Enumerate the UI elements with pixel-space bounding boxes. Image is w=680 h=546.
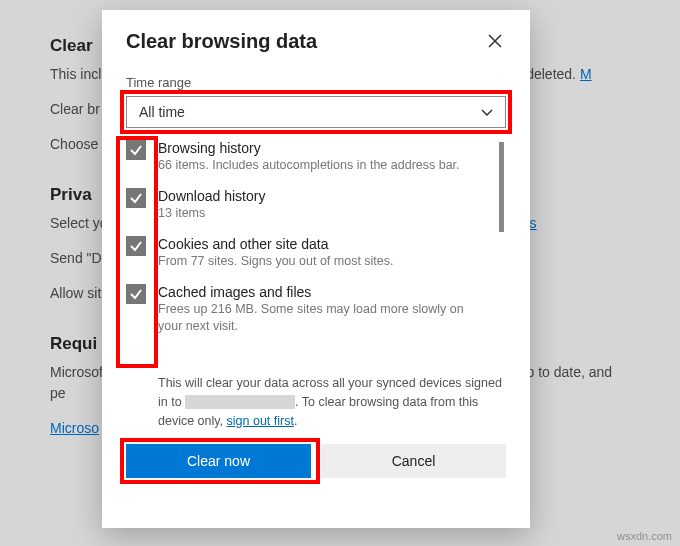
item-title: Download history [158,188,265,204]
watermark: wsxdn.com [617,530,672,542]
checkmark-icon [129,143,143,157]
data-types-list: Browsing history 66 items. Includes auto… [126,140,506,368]
checkbox-cached-images[interactable] [126,284,146,304]
list-item: Cookies and other site data From 77 site… [126,236,488,270]
checkmark-icon [129,287,143,301]
checkbox-download-history[interactable] [126,188,146,208]
item-title: Cached images and files [158,284,488,300]
item-title: Browsing history [158,140,460,156]
list-item: Cached images and files Frees up 216 MB.… [126,284,488,335]
close-icon [488,34,502,48]
bg-link-microso[interactable]: Microso [50,420,99,436]
checkbox-cookies[interactable] [126,236,146,256]
clear-browsing-data-dialog: Clear browsing data Time range All time … [102,10,530,528]
time-range-value: All time [139,104,185,120]
sign-out-link[interactable]: sign out first [227,414,294,428]
item-title: Cookies and other site data [158,236,394,252]
close-button[interactable] [484,30,506,52]
item-sub: 13 items [158,205,265,222]
checkmark-icon [129,239,143,253]
bg-link-more[interactable]: M [580,66,592,82]
item-sub: From 77 sites. Signs you out of most sit… [158,253,394,270]
item-sub: 66 items. Includes autocompletions in th… [158,157,460,174]
checkbox-browsing-history[interactable] [126,140,146,160]
list-item: Download history 13 items [126,188,488,222]
time-range-select[interactable]: All time [126,96,506,128]
clear-now-button[interactable]: Clear now [126,444,311,478]
cancel-button[interactable]: Cancel [321,444,506,478]
scrollbar[interactable] [499,142,504,232]
list-item: Browsing history 66 items. Includes auto… [126,140,488,174]
time-range-label: Time range [126,75,506,90]
dialog-title: Clear browsing data [126,30,317,53]
sync-note: This will clear your data across all you… [126,374,506,430]
item-sub: Frees up 216 MB. Some sites may load mor… [158,301,488,335]
redacted-account [185,395,295,409]
chevron-down-icon [481,106,493,118]
checkmark-icon [129,191,143,205]
